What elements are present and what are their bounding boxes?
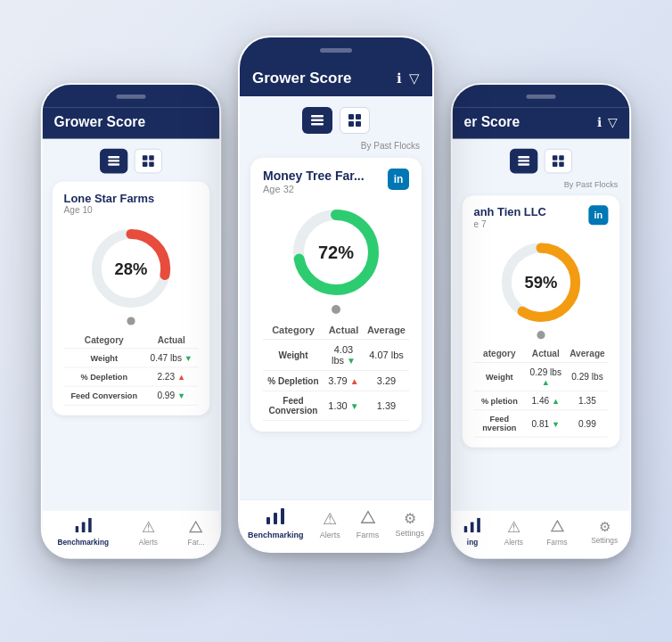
svg-rect-15	[348, 114, 354, 119]
header-right: er Score ℹ ▽	[453, 108, 630, 139]
nav-farms-left[interactable]: Far...	[188, 518, 205, 546]
table-row: Weight 0.29 lbs ▲ 0.29 lbs	[474, 362, 609, 391]
header-title-left: Grower Score	[54, 114, 146, 130]
arrow-icon: ▼	[347, 356, 356, 366]
view-toggle-left	[43, 139, 220, 178]
donut-left: 28%	[64, 215, 199, 317]
notch-dots-left	[116, 95, 145, 99]
farm-card-center: Money Tree Far... Age 32 in 72%	[250, 158, 422, 432]
list-toggle-center[interactable]	[302, 107, 332, 134]
notch-right	[453, 85, 630, 108]
content-left: Lone Star Farms Age 10 28%	[43, 139, 220, 510]
table-row: Feed Conversion 1.30 ▼ 1.39	[263, 391, 409, 421]
table-left: Category Actual Weight 0.47 lbs ▼ % Depl…	[64, 332, 199, 406]
svg-rect-30	[559, 162, 564, 168]
farm-name-right: anh Tien LLC	[474, 205, 546, 218]
svg-rect-6	[149, 162, 154, 168]
list-toggle-left[interactable]	[100, 149, 127, 174]
info-icon-right[interactable]: ℹ	[597, 115, 602, 130]
nav-benchmarking-right[interactable]: ing	[464, 518, 480, 547]
content-center: By Past Flocks Money Tree Far... Age 32 …	[240, 96, 432, 499]
table-row: % pletion 1.46 ▲ 1.35	[474, 391, 609, 410]
col-avg-right: Average	[566, 346, 608, 363]
arrow-icon: ▼	[552, 419, 560, 428]
svg-rect-33	[464, 526, 468, 532]
nav-settings-center[interactable]: ⚙ Settings	[395, 510, 424, 538]
farm-age-left: Age 10	[64, 205, 155, 215]
farm-card-left: Lone Star Farms Age 10 28%	[53, 182, 210, 416]
filter-icon[interactable]: ▽	[409, 70, 420, 86]
svg-rect-34	[471, 522, 474, 532]
content-right: By Past Flocks anh Tien LLC e 7 in 59%	[453, 139, 630, 510]
svg-rect-13	[311, 119, 324, 122]
nav-label-farms-center: Farms	[356, 531, 380, 539]
nav-benchmarking-center[interactable]: Benchmarking	[248, 508, 304, 539]
nav-label-benchmarking-right: ing	[467, 539, 478, 547]
phone-left: Grower Score Lone Star Farms Age 10	[41, 83, 221, 559]
grid-toggle-right[interactable]	[545, 149, 572, 174]
info-icon[interactable]: ℹ	[397, 70, 402, 86]
filter-icon-right[interactable]: ▽	[608, 115, 618, 130]
nav-label-benchmarking-center: Benchmarking	[248, 531, 304, 539]
alerts-icon: ⚠	[142, 518, 155, 536]
arrow-icon: ▲	[552, 397, 560, 406]
header-center: Grower Score ℹ ▽	[240, 62, 432, 96]
grid-toggle-center[interactable]	[340, 107, 370, 134]
col-actual-center: Actual	[324, 321, 364, 340]
table-row: % Depletion 3.79 ▲ 3.29	[263, 371, 409, 391]
bottom-nav-left: Benchmarking ⚠ Alerts Far...	[43, 510, 220, 557]
nav-label-farms-right: Farms	[546, 539, 567, 547]
svg-rect-18	[356, 121, 361, 127]
list-toggle-right[interactable]	[510, 149, 537, 174]
donut-dot-center	[332, 305, 340, 314]
nav-alerts-right[interactable]: ⚠ Alerts	[504, 518, 523, 546]
nav-benchmarking-left[interactable]: Benchmarking	[57, 518, 109, 547]
grid-toggle-left[interactable]	[135, 149, 162, 174]
nav-alerts-left[interactable]: ⚠ Alerts	[139, 518, 158, 546]
farm-header-right: anh Tien LLC e 7 in	[474, 205, 609, 229]
score-label-center: 72%	[318, 243, 354, 263]
arrow-icon: ▼	[350, 401, 359, 411]
phone-center: Grower Score ℹ ▽ By Past Flocks Money Tr…	[238, 36, 434, 553]
notch-left	[43, 85, 220, 108]
svg-rect-26	[518, 163, 529, 165]
table-row: Feed Conversion 0.99 ▼	[64, 386, 199, 405]
phones-container: Grower Score Lone Star Farms Age 10	[15, 18, 657, 624]
farm-name-left: Lone Star Farms	[64, 192, 155, 205]
farms-icon	[550, 518, 565, 537]
header-title-right: er Score	[464, 114, 520, 130]
nav-settings-right[interactable]: ⚙ Settings	[591, 520, 618, 546]
nav-label-benchmarking-left: Benchmarking	[57, 539, 109, 547]
benchmarking-icon	[266, 508, 284, 529]
svg-rect-1	[108, 160, 119, 161]
alerts-icon: ⚠	[323, 509, 337, 529]
nav-label-farms-left: Far...	[188, 538, 205, 546]
farms-icon	[360, 508, 376, 529]
linkedin-btn-right[interactable]: in	[588, 205, 608, 225]
linkedin-btn-center[interactable]: in	[388, 169, 409, 190]
farm-card-right: anh Tien LLC e 7 in 59%	[463, 195, 620, 447]
by-past-flocks-right: By Past Flocks	[453, 178, 630, 193]
table-right: ategory Actual Average Weight 0.29 lbs ▲…	[474, 346, 609, 438]
farm-header-left: Lone Star Farms Age 10	[64, 192, 199, 216]
table-row: Feed nversion 0.81 ▼ 0.99	[474, 410, 609, 437]
farms-icon	[189, 518, 204, 536]
score-label-right: 59%	[525, 273, 558, 292]
col-actual-left: Actual	[144, 332, 198, 349]
donut-dot-right	[537, 331, 545, 339]
nav-label-settings-right: Settings	[591, 537, 618, 545]
arrow-icon: ▲	[542, 377, 550, 386]
table-row: Weight 4.03 lbs ▼ 4.07 lbs	[263, 340, 409, 371]
farm-name-center: Money Tree Far...	[263, 169, 365, 183]
nav-alerts-center[interactable]: ⚠ Alerts	[320, 509, 340, 539]
phone-right: er Score ℹ ▽ By Past Flocks anh Tien LLC	[451, 83, 631, 559]
benchmarking-icon	[464, 518, 480, 537]
svg-rect-0	[108, 156, 119, 158]
bottom-nav-center: Benchmarking ⚠ Alerts Farms ⚙ Settings	[240, 499, 432, 551]
svg-rect-29	[553, 162, 558, 168]
nav-farms-right[interactable]: Farms	[546, 518, 567, 547]
nav-farms-center[interactable]: Farms	[356, 508, 380, 539]
svg-rect-27	[553, 155, 558, 160]
svg-rect-24	[518, 156, 529, 158]
by-past-flocks-center: By Past Flocks	[240, 139, 432, 154]
